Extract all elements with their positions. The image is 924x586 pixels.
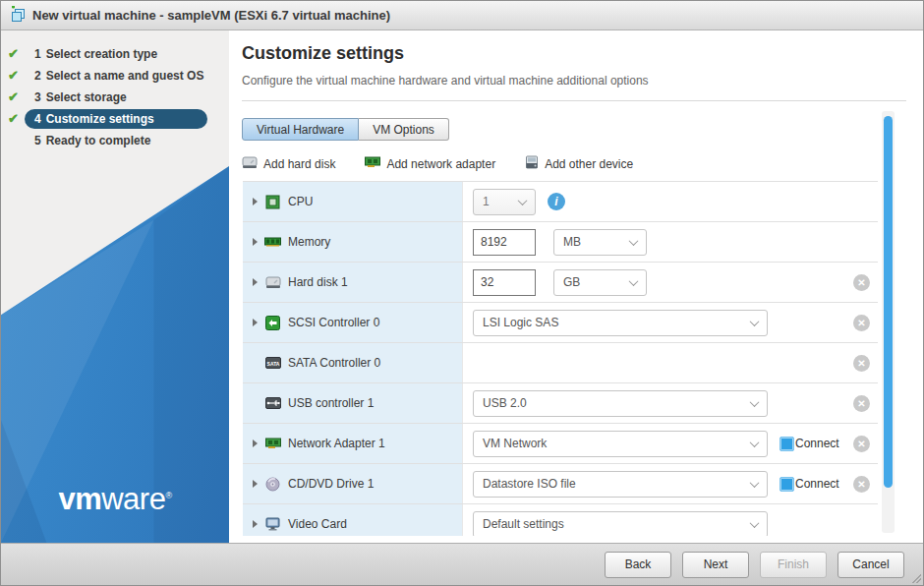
add-device-toolbar: Add hard disk Add network adapter Add ot… xyxy=(242,155,923,172)
add-hard-disk-icon xyxy=(242,156,258,172)
device-label: SATA Controller 0 xyxy=(288,356,380,370)
video-card-icon xyxy=(264,516,281,533)
chevron-down-icon xyxy=(750,317,760,326)
device-row-video-card: Video Card Default settings xyxy=(243,504,878,536)
window-title: New virtual machine - sampleVM (ESXi 6.7… xyxy=(32,8,390,23)
hard-disk-icon xyxy=(264,274,281,291)
connect-checkbox[interactable]: Connect xyxy=(780,477,839,492)
checkbox-checked-icon[interactable] xyxy=(780,477,794,492)
network-adapter-icon xyxy=(264,436,281,452)
cd-dvd-icon xyxy=(264,476,281,493)
check-icon: ✔ xyxy=(8,68,25,83)
settings-tabs: Virtual Hardware VM Options xyxy=(242,118,449,141)
network-select[interactable]: VM Network xyxy=(473,431,768,457)
tab-vm-options[interactable]: VM Options xyxy=(359,118,449,141)
chevron-down-icon xyxy=(750,438,760,447)
sata-controller-icon: SATA xyxy=(264,355,281,372)
remove-device-icon[interactable]: ✕ xyxy=(853,274,870,291)
device-label: CPU xyxy=(288,195,313,208)
add-hard-disk-button[interactable]: Add hard disk xyxy=(242,156,335,172)
add-network-adapter-icon xyxy=(365,156,380,171)
scsi-type-select[interactable]: LSI Logic SAS xyxy=(473,310,768,336)
customize-settings-panel: Customize settings Configure the virtual… xyxy=(229,30,923,543)
wizard-footer: Back Next Finish Cancel xyxy=(1,543,923,585)
device-row-cpu: CPU 1 i xyxy=(243,182,878,222)
page-subtitle: Configure the virtual machine hardware a… xyxy=(242,74,923,88)
device-row-sata-controller: SATA SATA Controller 0 ✕ xyxy=(243,343,878,383)
remove-device-icon[interactable]: ✕ xyxy=(853,395,870,412)
remove-device-icon[interactable]: ✕ xyxy=(853,476,870,493)
scrollbar-thumb[interactable] xyxy=(884,116,893,488)
sidebar-item-select-storage[interactable]: ✔ 3Select storage xyxy=(1,87,229,107)
finish-button: Finish xyxy=(760,552,827,578)
device-row-network-adapter: Network Adapter 1 VM Network Connect ✕ xyxy=(243,424,878,464)
chevron-down-icon xyxy=(629,236,639,246)
chevron-down-icon xyxy=(518,196,528,205)
new-vm-icon xyxy=(9,6,26,26)
svg-text:SATA: SATA xyxy=(266,361,279,367)
check-icon: ✔ xyxy=(8,46,25,61)
tab-virtual-hardware[interactable]: Virtual Hardware xyxy=(242,118,359,141)
sidebar-item-customize-settings[interactable]: ✔ 4Customize settings xyxy=(1,108,229,129)
disk-size-input[interactable] xyxy=(473,269,536,296)
resize-grip[interactable] xyxy=(910,572,921,583)
device-row-memory: Memory MB xyxy=(243,222,878,263)
chevron-down-icon xyxy=(750,478,760,488)
connect-checkbox[interactable]: Connect xyxy=(780,437,839,451)
chevron-down-icon xyxy=(750,397,760,407)
device-label: USB controller 1 xyxy=(288,396,374,410)
device-label: Network Adapter 1 xyxy=(288,437,385,450)
cpu-count-select[interactable]: 1 xyxy=(473,189,536,215)
add-other-device-icon xyxy=(525,155,539,172)
sidebar-item-select-name-guest-os[interactable]: ✔ 2Select a name and guest OS xyxy=(1,65,229,86)
device-label: Memory xyxy=(288,235,330,249)
expand-icon[interactable] xyxy=(253,440,258,447)
add-network-adapter-button[interactable]: Add network adapter xyxy=(365,156,495,171)
expand-icon[interactable] xyxy=(253,480,258,488)
sidebar-item-select-creation-type[interactable]: ✔ 1Select creation type xyxy=(1,43,229,64)
expand-icon[interactable] xyxy=(253,238,258,246)
cpu-icon xyxy=(264,194,281,210)
memory-size-input[interactable] xyxy=(473,229,536,256)
device-row-scsi-controller: SCSI Controller 0 LSI Logic SAS ✕ xyxy=(243,303,878,343)
expand-icon[interactable] xyxy=(253,198,258,205)
remove-device-icon[interactable]: ✕ xyxy=(853,355,870,372)
vertical-scrollbar[interactable] xyxy=(882,111,895,533)
expand-icon[interactable] xyxy=(253,520,258,528)
wizard-steps-sidebar: ✔ 1Select creation type ✔ 2Select a name… xyxy=(1,30,229,543)
device-row-usb-controller: USB controller 1 USB 2.0 ✕ xyxy=(243,383,878,424)
add-other-device-button[interactable]: Add other device xyxy=(525,155,633,172)
device-label: Video Card xyxy=(288,517,347,531)
device-row-hard-disk: Hard disk 1 GB ✕ xyxy=(243,263,878,303)
divider xyxy=(242,100,906,101)
device-label: SCSI Controller 0 xyxy=(288,316,379,329)
device-row-cd-dvd-drive: CD/DVD Drive 1 Datastore ISO file Connec… xyxy=(243,464,878,504)
check-icon: ✔ xyxy=(8,89,25,104)
checkbox-checked-icon[interactable] xyxy=(780,437,794,451)
expand-icon[interactable] xyxy=(253,319,258,326)
remove-device-icon[interactable]: ✕ xyxy=(853,436,870,452)
video-settings-select[interactable]: Default settings xyxy=(473,511,768,537)
new-vm-wizard-window: New virtual machine - sampleVM (ESXi 6.7… xyxy=(0,0,924,586)
check-icon: ✔ xyxy=(8,111,25,126)
info-icon[interactable]: i xyxy=(548,193,565,210)
chevron-down-icon xyxy=(629,276,639,286)
virtual-hardware-table: CPU 1 i Me xyxy=(243,181,878,536)
device-label: Hard disk 1 xyxy=(288,275,348,289)
expand-icon[interactable] xyxy=(253,278,258,286)
disk-unit-select[interactable]: GB xyxy=(553,269,647,296)
cd-dvd-media-select[interactable]: Datastore ISO file xyxy=(473,471,768,498)
remove-device-icon[interactable]: ✕ xyxy=(853,315,870,331)
titlebar: New virtual machine - sampleVM (ESXi 6.7… xyxy=(1,1,923,30)
back-button[interactable]: Back xyxy=(605,552,671,578)
sidebar-item-ready-to-complete[interactable]: 5Ready to complete xyxy=(1,130,229,150)
memory-icon xyxy=(264,234,281,251)
page-title: Customize settings xyxy=(242,43,923,64)
memory-unit-select[interactable]: MB xyxy=(553,229,647,256)
usb-version-select[interactable]: USB 2.0 xyxy=(473,390,768,417)
cancel-button[interactable]: Cancel xyxy=(837,552,904,578)
device-label: CD/DVD Drive 1 xyxy=(288,477,374,491)
scsi-controller-icon xyxy=(264,315,281,331)
vmware-logo: vmware® xyxy=(1,482,229,517)
next-button[interactable]: Next xyxy=(682,552,749,578)
